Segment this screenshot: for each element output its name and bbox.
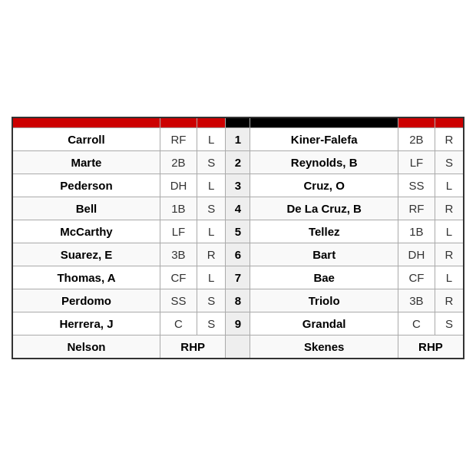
left-bat: L — [197, 174, 226, 197]
batting-order-num: 3 — [226, 174, 250, 197]
left-player-name: Pederson — [12, 174, 160, 197]
right-pos: CF — [398, 266, 435, 289]
lineup-row: Thomas, A CF L 7 Bae CF L — [12, 266, 464, 289]
pitcher-num-cell — [226, 336, 250, 359]
batting-order-num: 4 — [226, 197, 250, 220]
left-pos: CF — [160, 266, 197, 289]
lineup-row: Herrera, J C S 9 Grandal C S — [12, 312, 464, 336]
left-player-name: Bell — [12, 197, 160, 220]
right-player-name: Cruz, O — [250, 174, 398, 197]
left-bat: S — [197, 197, 226, 220]
lineup-row: Perdomo SS S 8 Triolo 3B R — [12, 289, 464, 312]
lineup-table: Carroll RF L 1 Kiner-Falefa 2B R Marte 2… — [12, 117, 464, 359]
left-bat: R — [197, 243, 226, 266]
batting-order-num: 9 — [226, 312, 250, 336]
right-bat: L — [435, 220, 464, 243]
right-pitcher-name: Skenes — [250, 336, 398, 359]
right-player-name: De La Cruz, B — [250, 197, 398, 220]
left-player-name: Carroll — [12, 128, 160, 151]
left-pos: 2B — [160, 151, 197, 174]
left-bat: S — [197, 312, 226, 336]
left-player-name: Perdomo — [12, 289, 160, 312]
batting-order-num: 5 — [226, 220, 250, 243]
header-pos-left — [160, 117, 197, 128]
lineup-row: Carroll RF L 1 Kiner-Falefa 2B R — [12, 128, 464, 151]
right-player-name: Triolo — [250, 289, 398, 312]
left-bat: S — [197, 289, 226, 312]
left-player-name: Herrera, J — [12, 312, 160, 336]
batting-order-num: 2 — [226, 151, 250, 174]
left-player-name: Marte — [12, 151, 160, 174]
right-player-name: Bae — [250, 266, 398, 289]
left-pitcher-hand: RHP — [160, 336, 226, 359]
left-pos: C — [160, 312, 197, 336]
header-dbacks — [12, 117, 160, 128]
right-pos: DH — [398, 243, 435, 266]
right-bat: R — [435, 289, 464, 312]
header-row — [12, 117, 464, 128]
left-pos: 1B — [160, 197, 197, 220]
left-player-name: Thomas, A — [12, 266, 160, 289]
right-pos: 3B — [398, 289, 435, 312]
left-bat: L — [197, 220, 226, 243]
left-bat: L — [197, 266, 226, 289]
header-pirates — [250, 117, 398, 128]
pitcher-row: Nelson RHP Skenes RHP — [12, 336, 464, 359]
left-pitcher-name: Nelson — [12, 336, 160, 359]
left-bat: L — [197, 128, 226, 151]
right-player-name: Bart — [250, 243, 398, 266]
batting-order-num: 7 — [226, 266, 250, 289]
header-pos-right — [398, 117, 435, 128]
right-bat: S — [435, 151, 464, 174]
lineup-row: Pederson DH L 3 Cruz, O SS L — [12, 174, 464, 197]
right-bat: R — [435, 197, 464, 220]
right-bat: R — [435, 128, 464, 151]
left-pos: DH — [160, 174, 197, 197]
right-bat: L — [435, 266, 464, 289]
right-player-name: Tellez — [250, 220, 398, 243]
header-bat-left — [197, 117, 226, 128]
lineup-row: Suarez, E 3B R 6 Bart DH R — [12, 243, 464, 266]
left-pos: RF — [160, 128, 197, 151]
right-pos: RF — [398, 197, 435, 220]
right-pos: SS — [398, 174, 435, 197]
lineup-row: Marte 2B S 2 Reynolds, B LF S — [12, 151, 464, 174]
batting-order-num: 8 — [226, 289, 250, 312]
right-pitcher-hand: RHP — [398, 336, 464, 359]
right-pos: 2B — [398, 128, 435, 151]
right-pos: 1B — [398, 220, 435, 243]
right-pos: LF — [398, 151, 435, 174]
left-player-name: Suarez, E — [12, 243, 160, 266]
left-pos: 3B — [160, 243, 197, 266]
batting-order-num: 1 — [226, 128, 250, 151]
right-bat: L — [435, 174, 464, 197]
left-player-name: McCarthy — [12, 220, 160, 243]
right-player-name: Kiner-Falefa — [250, 128, 398, 151]
batting-order-num: 6 — [226, 243, 250, 266]
right-bat: S — [435, 312, 464, 336]
right-bat: R — [435, 243, 464, 266]
left-bat: S — [197, 151, 226, 174]
right-player-name: Reynolds, B — [250, 151, 398, 174]
header-bat-right — [435, 117, 464, 128]
left-pos: LF — [160, 220, 197, 243]
right-player-name: Grandal — [250, 312, 398, 336]
right-pos: C — [398, 312, 435, 336]
lineup-row: Bell 1B S 4 De La Cruz, B RF R — [12, 197, 464, 220]
header-num — [226, 117, 250, 128]
lineup-row: McCarthy LF L 5 Tellez 1B L — [12, 220, 464, 243]
left-pos: SS — [160, 289, 197, 312]
